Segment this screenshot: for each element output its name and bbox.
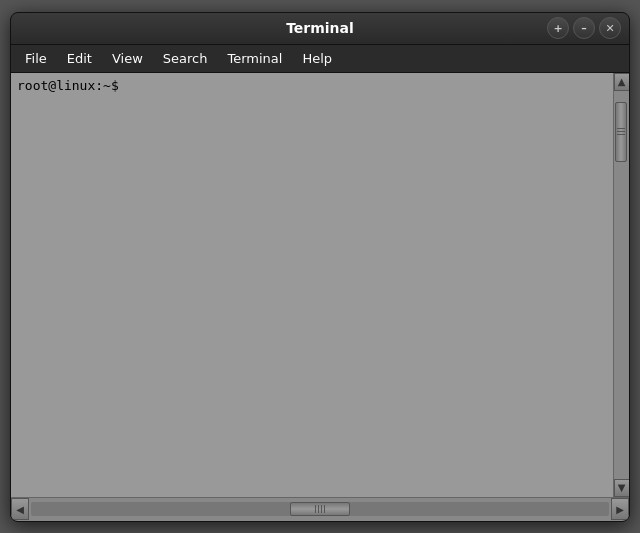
terminal-window: Terminal + – ✕ File Edit View Search Ter…: [10, 12, 630, 522]
menu-help[interactable]: Help: [292, 49, 342, 68]
menu-edit[interactable]: Edit: [57, 49, 102, 68]
menubar: File Edit View Search Terminal Help: [11, 45, 629, 73]
scroll-right-button[interactable]: ▶: [611, 498, 629, 520]
grip-h-line-2: [318, 505, 319, 513]
grip-line-1: [617, 128, 625, 129]
thumb-grip-v: [617, 128, 625, 135]
grip-h-line-1: [315, 505, 316, 513]
titlebar: Terminal + – ✕: [11, 13, 629, 45]
scroll-track-h[interactable]: [31, 502, 609, 516]
horizontal-scrollbar-bar: ◀ ▶: [11, 497, 629, 521]
grip-line-3: [617, 134, 625, 135]
grip-line-2: [617, 131, 625, 132]
scroll-track-v[interactable]: [615, 92, 629, 478]
grip-h-line-3: [321, 505, 322, 513]
window-controls: + – ✕: [547, 17, 621, 39]
terminal-content[interactable]: root@linux:~$: [11, 73, 613, 497]
grip-h-line-4: [324, 505, 325, 513]
menu-view[interactable]: View: [102, 49, 153, 68]
scroll-up-button[interactable]: ▲: [614, 73, 630, 91]
close-button[interactable]: ✕: [599, 17, 621, 39]
menu-file[interactable]: File: [15, 49, 57, 68]
scroll-thumb-h[interactable]: [290, 502, 350, 516]
vertical-scrollbar[interactable]: ▲ ▼: [613, 73, 629, 497]
window-title: Terminal: [93, 20, 547, 36]
menu-search[interactable]: Search: [153, 49, 218, 68]
terminal-prompt: root@linux:~$: [17, 77, 607, 95]
scroll-thumb-v[interactable]: [615, 102, 627, 162]
add-button[interactable]: +: [547, 17, 569, 39]
terminal-body: root@linux:~$ ▲ ▼: [11, 73, 629, 497]
scroll-down-button[interactable]: ▼: [614, 479, 630, 497]
menu-terminal[interactable]: Terminal: [217, 49, 292, 68]
scroll-left-button[interactable]: ◀: [11, 498, 29, 520]
minimize-button[interactable]: –: [573, 17, 595, 39]
